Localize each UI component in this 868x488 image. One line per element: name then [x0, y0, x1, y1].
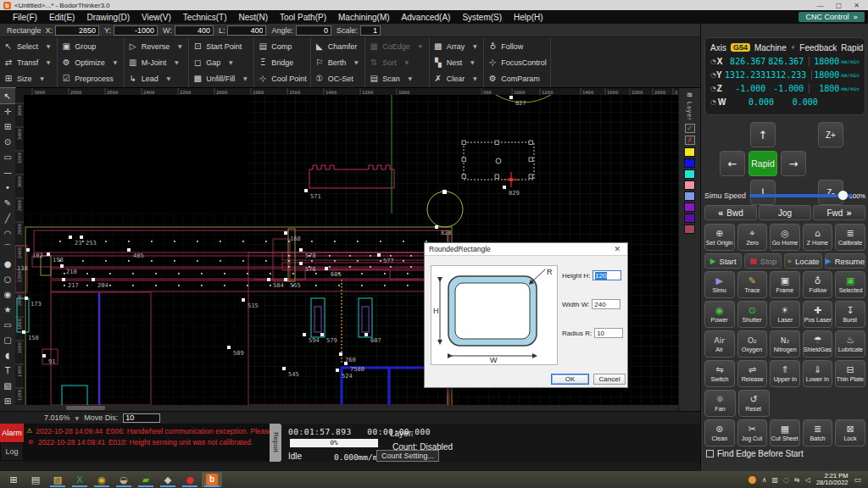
dropdown-icon[interactable]: ▼	[75, 415, 80, 421]
maximize-icon[interactable]: ▢	[836, 2, 843, 9]
menu-help[interactable]: Help(H)	[508, 12, 548, 23]
shutter-button[interactable]: ⊙Shutter	[737, 301, 768, 328]
part-label-545[interactable]: 545	[288, 371, 299, 378]
chevron-down-icon[interactable]: ▼	[405, 75, 415, 81]
lock-button[interactable]: ⊠Lock	[835, 419, 865, 446]
part-label-607[interactable]: 607	[370, 337, 381, 344]
find-edge-option[interactable]: Find Edge Before Start	[706, 449, 804, 458]
part-579-node[interactable]	[320, 333, 324, 336]
part-515-node[interactable]	[242, 298, 245, 302]
radius-input[interactable]: 10	[594, 328, 623, 338]
oxygen-button[interactable]: O₂Oxygen	[737, 330, 768, 358]
cnc-control-button[interactable]: CNC Control »	[798, 12, 865, 22]
width-input[interactable]: 240	[592, 299, 620, 309]
part-594-node[interactable]	[303, 333, 306, 336]
part-label-571[interactable]: 571	[310, 193, 321, 200]
zoom-tool[interactable]: ⊙	[0, 134, 15, 149]
toolbar-m-joint[interactable]: ▥M-Joint▼	[128, 55, 186, 70]
taskbar-task-view[interactable]: ▤	[25, 472, 46, 487]
layer-color-swatch-2[interactable]	[684, 158, 695, 168]
z-home-button[interactable]: ⌂Z Home	[803, 224, 833, 251]
close-icon[interactable]: ✕	[854, 2, 860, 9]
part-label-577[interactable]: 577	[383, 258, 394, 264]
laser-button[interactable]: ☀Laser	[770, 301, 800, 328]
part-524-node[interactable]	[336, 369, 339, 372]
toolbar-select[interactable]: ↖Select▼	[3, 39, 53, 54]
toolbar-scan[interactable]: ▤Scan▼	[369, 71, 426, 86]
toolbar-start-point[interactable]: ⊡Start Point	[192, 39, 250, 54]
minimize-icon[interactable]: —	[817, 2, 824, 9]
chevron-down-icon[interactable]: ▼	[240, 75, 250, 81]
resume-button[interactable]: ▶Resume	[825, 253, 865, 269]
param-w-input[interactable]	[175, 25, 214, 36]
chevron-down-icon[interactable]: ▼	[467, 59, 477, 65]
part-label-253[interactable]: 253	[86, 240, 97, 247]
part-label-555[interactable]: 555	[290, 282, 301, 289]
move-dis-input[interactable]	[123, 413, 160, 423]
rapid-button[interactable]: Rapid	[748, 151, 777, 176]
jog-mode-button[interactable]: Jog	[759, 205, 811, 220]
rounded-rectangle-tool[interactable]: ▢	[0, 332, 15, 347]
part-828-node[interactable]	[435, 225, 438, 229]
array-tool[interactable]: ⊞	[0, 393, 15, 408]
arc-tool[interactable]: ◠	[0, 225, 15, 241]
part-173-node[interactable]	[25, 297, 28, 300]
stop-button[interactable]: ■Stop	[744, 253, 782, 269]
part-198-node[interactable]	[47, 252, 50, 256]
menu-technics[interactable]: Technics(T)	[177, 12, 233, 23]
part-545-node[interactable]	[282, 367, 286, 370]
toolbar-cool-point[interactable]: ⊹Cool Point	[258, 71, 307, 86]
toolbar-chamfer[interactable]: ◣Chamfer	[314, 39, 362, 54]
chevron-down-icon[interactable]: ▼	[37, 75, 47, 81]
part-760-node[interactable]	[339, 352, 342, 356]
part-label-23[interactable]: 23	[75, 240, 81, 247]
toolbar-reverse[interactable]: ▷Reverse▼	[128, 39, 186, 54]
part-label-204[interactable]: 204	[97, 282, 108, 289]
release-button[interactable]: ⇌Release	[737, 360, 768, 387]
z-plus-button[interactable]: Z+	[818, 122, 843, 147]
follow-button[interactable]: ♁Follow	[803, 271, 833, 298]
point-tool[interactable]: •	[0, 180, 15, 195]
text-tool[interactable]: T	[0, 363, 15, 378]
image-tool[interactable]: ▧	[0, 378, 15, 393]
find-edge-checkbox[interactable]	[706, 450, 714, 458]
part-253-node[interactable]	[80, 236, 83, 239]
arc3-tool[interactable]: ⌒	[0, 241, 15, 256]
layer-color-swatch-4[interactable]	[684, 180, 695, 190]
layer-color-swatch-1[interactable]	[684, 147, 695, 157]
clean-button[interactable]: ⊛Clean	[704, 419, 735, 446]
toolbar-transf[interactable]: ⇄Transf▼	[3, 55, 53, 70]
tray-icon-5[interactable]: ◁	[805, 476, 810, 484]
toolbar-oc-set[interactable]: ①OC-Set	[314, 71, 362, 86]
toolbar-size[interactable]: ⊞Size▼	[3, 71, 53, 86]
toolbar-berth[interactable]: ⚐Berth▼	[314, 55, 362, 70]
part-label-138[interactable]: 138	[17, 265, 28, 272]
part-label-182[interactable]: 182	[32, 252, 43, 259]
simu-button[interactable]: ▶Simu	[704, 271, 735, 298]
taskbar-excel[interactable]: X	[70, 472, 90, 487]
air-button[interactable]: AirAir	[704, 330, 735, 358]
layer-color-swatch-6[interactable]	[684, 202, 695, 212]
tray-icon-3[interactable]: ◌	[783, 476, 789, 484]
menu-nest[interactable]: Nest(N)	[233, 12, 274, 23]
tray-icon-2[interactable]: ▥	[772, 476, 779, 484]
toolbar-gap[interactable]: ◻Gap▼	[192, 55, 250, 70]
part-182-node[interactable]	[26, 248, 30, 252]
menu-advanced[interactable]: Advanced(A)	[396, 12, 457, 23]
part-827-node[interactable]	[509, 96, 513, 99]
select-tool[interactable]: ↖	[0, 88, 15, 103]
part-168-node[interactable]	[284, 231, 287, 235]
canvas-h-scrollbar[interactable]	[15, 405, 678, 411]
toolbar-preprocess[interactable]: ☑Preprocess	[61, 71, 120, 86]
tray-status-dot[interactable]	[748, 476, 756, 484]
ring-tool[interactable]: ◉	[0, 286, 15, 302]
part-label-576[interactable]: 576	[305, 266, 316, 273]
lubricate-button[interactable]: ♨Lubricate	[835, 330, 865, 358]
chevron-down-icon[interactable]: ▼	[175, 43, 185, 49]
zero-button[interactable]: ⌖Zero	[737, 224, 768, 251]
go-home-button[interactable]: ◎Go Home	[770, 224, 800, 251]
part-576-node[interactable]	[299, 262, 303, 265]
toolbar-unfill-fill[interactable]: ▩Unfill/Fill▼	[192, 71, 250, 86]
notification-icon[interactable]: ▭	[854, 475, 861, 484]
pos-laser-button[interactable]: ✚Pos Laser	[803, 301, 833, 328]
